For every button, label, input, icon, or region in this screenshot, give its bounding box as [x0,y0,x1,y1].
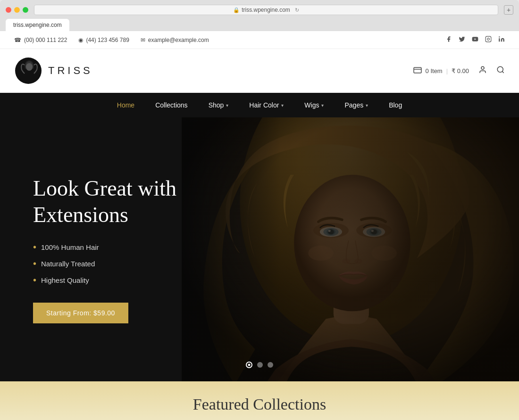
svg-point-11 [497,66,503,72]
hero-dot-3[interactable] [268,362,273,368]
featured-title: Featured Collections [14,395,505,413]
facebook-icon[interactable] [445,36,452,44]
hero-title: Look Great with Extensions [33,175,184,227]
hero-dot-1[interactable] [246,362,252,368]
hero-feature-1: 100% Human Hair [33,242,184,253]
nav-item-blog[interactable]: Blog [378,93,412,117]
maximize-button[interactable] [23,7,28,13]
tab-label: triss.wpengine.com [13,22,62,28]
nav-shop-label: Shop [209,101,224,109]
haircolor-dropdown-arrow: ▾ [281,103,284,108]
nav-item-home[interactable]: Home [107,93,145,117]
svg-rect-34 [182,117,519,381]
hero-background [182,117,519,381]
new-tab-button[interactable]: + [504,5,513,15]
hero-portrait [182,117,519,381]
email-address: example@example.com [148,37,209,43]
nav-item-wigs[interactable]: Wigs ▾ [294,93,334,117]
nav-haircolor-label: Hair Color [249,101,279,109]
logo-icon [14,57,42,85]
cart-price: ₹ 0.00 [452,67,469,74]
nav-home-label: Home [117,101,134,109]
logo[interactable]: TRISS [14,57,93,85]
browser-dots [6,7,28,13]
svg-rect-3 [499,38,500,41]
nav-pages-label: Pages [344,101,363,109]
top-bar-left: ☎ (00) 000 111 222 ◉ (44) 123 456 789 ✉ … [14,37,209,43]
header-actions: 0 Item | ₹ 0.00 [413,66,505,76]
browser-chrome: 🔒 triss.wpengine.com ↻ + triss.wpengine.… [0,0,519,31]
refresh-icon: ↻ [295,7,299,13]
twitter-icon[interactable] [459,36,465,44]
browser-tab[interactable]: triss.wpengine.com [6,19,69,31]
user-icon[interactable] [478,66,487,76]
nav-item-haircolor[interactable]: Hair Color ▾ [239,93,294,117]
hero-feature-3: Highest Quality [33,275,184,286]
hero-cta-button[interactable]: Starting From: $59.00 [33,303,128,323]
hero-feature-1-text: 100% Human Hair [41,243,99,251]
hero-section: Look Great with Extensions 100% Human Ha… [0,117,519,381]
nav-blog-label: Blog [389,101,402,109]
address-bar[interactable]: 🔒 triss.wpengine.com ↻ [34,5,498,15]
hero-feature-2-text: Naturally Treated [41,260,95,268]
shop-dropdown-arrow: ▾ [226,103,228,108]
svg-point-8 [26,63,33,71]
phone2-number: (44) 123 456 789 [86,37,129,43]
phone2-icon: ◉ [78,37,83,43]
nav-item-collections[interactable]: Collections [145,93,198,117]
email-item: ✉ example@example.com [141,37,209,43]
cart-items: 0 Item [426,67,443,74]
featured-section: Featured Collections [0,381,519,420]
youtube-icon[interactable] [472,36,478,44]
site-header: TRISS 0 Item | ₹ 0.00 [0,49,519,93]
cart-divider: | [446,67,448,74]
main-nav: Home Collections Shop ▾ Hair Color ▾ Wig… [0,93,519,117]
wigs-dropdown-arrow: ▾ [321,103,324,108]
email-icon: ✉ [141,37,145,43]
social-links [445,36,505,44]
phone2-item: ◉ (44) 123 456 789 [78,37,129,43]
svg-line-12 [502,71,503,73]
hero-features: 100% Human Hair Naturally Treated Highes… [33,242,184,286]
close-button[interactable] [6,7,11,13]
linkedin-icon[interactable] [498,36,505,44]
cart-icon [413,66,422,75]
hero-slider-dots [246,362,273,368]
phone1-number: (00) 000 111 222 [24,37,67,43]
search-icon[interactable] [496,66,505,76]
svg-point-4 [499,36,500,37]
pages-dropdown-arrow: ▾ [366,103,368,108]
phone1-icon: ☎ [14,37,21,43]
cart-info[interactable]: 0 Item | ₹ 0.00 [413,66,469,75]
hero-dot-2[interactable] [257,362,263,368]
lock-icon: 🔒 [233,7,240,13]
logo-text: TRISS [48,65,93,77]
nav-collections-label: Collections [155,101,187,109]
svg-point-10 [481,66,484,69]
hero-feature-2: Naturally Treated [33,258,184,269]
minimize-button[interactable] [14,7,20,13]
nav-item-shop[interactable]: Shop ▾ [198,93,239,117]
hero-feature-3-text: Highest Quality [41,276,89,284]
instagram-icon[interactable] [485,36,492,44]
nav-items: Home Collections Shop ▾ Hair Color ▾ Wig… [107,93,412,117]
phone1-item: ☎ (00) 000 111 222 [14,37,67,43]
website: ☎ (00) 000 111 222 ◉ (44) 123 456 789 ✉ … [0,31,519,420]
top-bar: ☎ (00) 000 111 222 ◉ (44) 123 456 789 ✉ … [0,31,519,49]
svg-rect-1 [486,36,491,42]
url-text: triss.wpengine.com [242,7,290,13]
hero-content: Look Great with Extensions 100% Human Ha… [0,175,217,323]
nav-wigs-label: Wigs [304,101,319,109]
nav-item-pages[interactable]: Pages ▾ [334,93,378,117]
svg-rect-9 [414,67,421,73]
